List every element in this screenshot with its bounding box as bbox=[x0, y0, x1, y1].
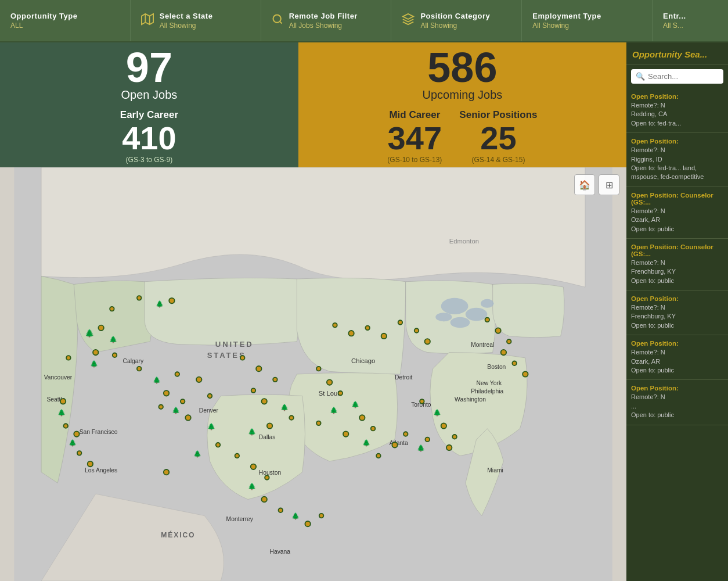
svg-point-109 bbox=[279, 508, 283, 512]
svg-text:🌲: 🌲 bbox=[69, 439, 77, 447]
svg-point-86 bbox=[403, 432, 408, 436]
job-listing-title-1: Open Position: bbox=[631, 93, 723, 100]
filter-position-category[interactable]: Position Category All Showing bbox=[391, 0, 522, 41]
job-listing-opento-4: Open to: public bbox=[631, 277, 723, 285]
svg-text:Boston: Boston bbox=[487, 364, 506, 370]
svg-point-114 bbox=[348, 331, 354, 336]
svg-point-84 bbox=[376, 454, 380, 458]
filter-employment-label: Employment Type bbox=[532, 12, 601, 20]
svg-point-82 bbox=[343, 431, 348, 436]
open-jobs-panel: 97 Open Jobs Early Career 410 (GS-3 to G… bbox=[0, 42, 298, 167]
svg-point-46 bbox=[63, 424, 67, 428]
svg-point-10 bbox=[435, 313, 452, 321]
filter-opportunity-type-value: ALL bbox=[10, 21, 77, 30]
filter-entry-value: All S... bbox=[663, 21, 686, 30]
map-grid-button[interactable]: ⊞ bbox=[599, 174, 619, 195]
svg-text:🌲: 🌲 bbox=[193, 450, 202, 458]
upcoming-jobs-label: Upcoming Jobs bbox=[422, 88, 502, 102]
open-jobs-label: Open Jobs bbox=[121, 88, 178, 102]
map-container[interactable]: San Francisco Los Angeles Seattle Vancou… bbox=[0, 167, 626, 581]
filter-opportunity-type[interactable]: Opportunity Type ALL bbox=[0, 0, 131, 41]
svg-point-95 bbox=[495, 328, 500, 333]
map-home-button[interactable]: 🏠 bbox=[574, 174, 595, 195]
list-item[interactable]: Open Position: Remote?: N Redding, CA Op… bbox=[626, 88, 728, 133]
svg-point-111 bbox=[305, 521, 310, 526]
job-listing-title-6: Open Position: bbox=[631, 340, 723, 347]
svg-point-8 bbox=[466, 308, 487, 321]
job-listing-opento-3: Open to: public bbox=[631, 225, 723, 234]
job-listing-remote-5: Remote?: N bbox=[631, 303, 723, 312]
svg-point-98 bbox=[512, 361, 516, 365]
svg-point-97 bbox=[501, 350, 506, 355]
svg-text:🌲: 🌲 bbox=[248, 482, 257, 490]
filter-employment-type[interactable]: Employment Type All Showing bbox=[522, 0, 653, 41]
filter-remote-value: All Jobs Showing bbox=[289, 21, 358, 30]
job-listing-location-5: Frenchburg, KY bbox=[631, 312, 723, 321]
svg-text:Vancouver: Vancouver bbox=[44, 374, 73, 381]
svg-point-87 bbox=[420, 399, 424, 403]
svg-point-115 bbox=[365, 326, 369, 330]
svg-text:🌲: 🌲 bbox=[172, 406, 181, 414]
svg-point-75 bbox=[327, 379, 332, 385]
main-content: 97 Open Jobs Early Career 410 (GS-3 to G… bbox=[0, 42, 728, 581]
filter-entry-level[interactable]: Entr... All S... bbox=[653, 0, 728, 41]
search-input-wrapper[interactable]: 🔍 bbox=[631, 69, 723, 84]
list-item[interactable]: Open Position: Remote?: N ... Open to: p… bbox=[626, 380, 728, 425]
map-controls: 🏠 ⊞ bbox=[574, 174, 619, 195]
svg-point-100 bbox=[137, 296, 141, 300]
svg-point-90 bbox=[452, 435, 456, 439]
svg-text:San Francisco: San Francisco bbox=[80, 429, 118, 435]
svg-point-65 bbox=[240, 356, 244, 360]
svg-text:UNITED: UNITED bbox=[215, 340, 254, 349]
list-item[interactable]: Open Position: Remote?: N Ozark, AR Open… bbox=[626, 335, 728, 380]
svg-point-3 bbox=[273, 15, 280, 23]
svg-text:Chicago: Chicago bbox=[351, 357, 375, 364]
list-item[interactable]: Open Position: Counselor (GS:... Remote?… bbox=[626, 187, 728, 239]
upcoming-jobs-number: 586 bbox=[427, 46, 497, 88]
svg-text:Calgary: Calgary bbox=[123, 358, 144, 364]
svg-point-91 bbox=[425, 437, 429, 442]
svg-text:Montreal: Montreal bbox=[471, 342, 494, 348]
svg-point-57 bbox=[196, 377, 201, 382]
svg-marker-0 bbox=[142, 14, 153, 24]
svg-line-4 bbox=[280, 21, 282, 24]
svg-point-71 bbox=[289, 415, 293, 419]
job-listing-remote-2: Remote?: N bbox=[631, 146, 723, 155]
svg-text:🌲: 🌲 bbox=[417, 444, 426, 452]
svg-marker-5 bbox=[403, 14, 413, 19]
svg-text:🌲: 🌲 bbox=[57, 408, 66, 417]
svg-text:Monterrey: Monterrey bbox=[226, 516, 254, 522]
svg-point-62 bbox=[216, 443, 220, 447]
svg-text:🌲: 🌲 bbox=[291, 512, 300, 520]
list-item[interactable]: Open Position: Counselor (GS:... Remote?… bbox=[626, 239, 728, 290]
svg-text:Edmonton: Edmonton bbox=[449, 238, 479, 245]
job-listing-opento-5: Open to: public bbox=[631, 321, 723, 330]
job-listing-remote-6: Remote?: N bbox=[631, 348, 723, 357]
list-item[interactable]: Open Position: Remote?: N Frenchburg, KY… bbox=[626, 290, 728, 335]
svg-text:Detroit: Detroit bbox=[395, 374, 412, 381]
svg-point-43 bbox=[113, 353, 117, 357]
svg-text:🌲: 🌲 bbox=[433, 408, 442, 417]
job-listing-opento-1: Open to: fed-tra... bbox=[631, 119, 723, 128]
svg-point-7 bbox=[441, 298, 468, 314]
svg-point-93 bbox=[446, 445, 452, 450]
senior-positions-title: Senior Positions bbox=[459, 109, 537, 121]
sidebar: Opportunity Sea... 🔍 Open Position: Remo… bbox=[626, 42, 728, 581]
job-listing-title-4: Open Position: Counselor (GS:... bbox=[631, 243, 723, 257]
svg-point-58 bbox=[208, 394, 212, 398]
svg-point-102 bbox=[169, 298, 174, 303]
job-listing-location-6: Ozark, AR bbox=[631, 357, 723, 366]
job-listing-location-4: Frenchburg, KY bbox=[631, 267, 723, 276]
svg-point-51 bbox=[137, 367, 141, 371]
filter-remote-label: Remote Job Filter bbox=[289, 12, 358, 20]
svg-point-116 bbox=[381, 333, 387, 339]
filter-opportunity-type-label: Opportunity Type bbox=[10, 12, 77, 20]
filter-select-state[interactable]: Select a State All Showing bbox=[131, 0, 261, 41]
svg-point-44 bbox=[60, 399, 66, 404]
filter-remote-job[interactable]: Remote Job Filter All Jobs Showing bbox=[261, 0, 392, 41]
search-input[interactable] bbox=[648, 72, 719, 81]
list-item[interactable]: Open Position: Remote?: N Riggins, ID Op… bbox=[626, 133, 728, 187]
svg-text:Los Angeles: Los Angeles bbox=[85, 467, 117, 474]
layers-icon bbox=[402, 13, 415, 28]
senior-positions-stat: Senior Positions 25 (GS-14 & GS-15) bbox=[459, 109, 537, 164]
